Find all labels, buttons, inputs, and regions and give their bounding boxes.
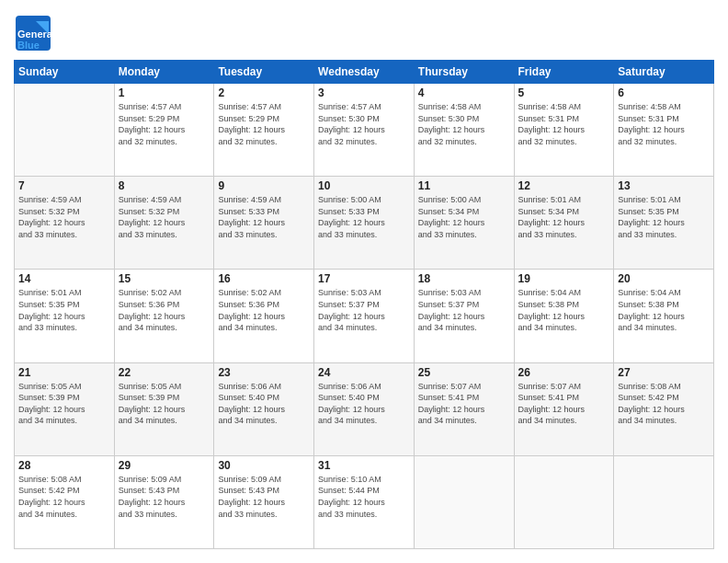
day-info: Sunrise: 4:57 AM Sunset: 5:29 PM Dayligh… bbox=[119, 101, 210, 147]
day-info: Sunrise: 5:07 AM Sunset: 5:41 PM Dayligh… bbox=[418, 381, 510, 427]
day-info: Sunrise: 5:02 AM Sunset: 5:36 PM Dayligh… bbox=[119, 287, 210, 333]
calendar-cell: 7Sunrise: 4:59 AM Sunset: 5:32 PM Daylig… bbox=[15, 177, 115, 270]
day-info: Sunrise: 5:01 AM Sunset: 5:35 PM Dayligh… bbox=[618, 194, 710, 240]
day-number: 27 bbox=[618, 366, 710, 379]
calendar-cell: 1Sunrise: 4:57 AM Sunset: 5:29 PM Daylig… bbox=[114, 84, 214, 177]
weekday-header-thursday: Thursday bbox=[414, 61, 514, 84]
calendar-cell: 20Sunrise: 5:04 AM Sunset: 5:38 PM Dayli… bbox=[614, 270, 714, 362]
day-info: Sunrise: 4:57 AM Sunset: 5:29 PM Dayligh… bbox=[218, 101, 310, 147]
day-info: Sunrise: 4:59 AM Sunset: 5:33 PM Dayligh… bbox=[218, 194, 310, 240]
day-number: 28 bbox=[18, 459, 110, 472]
calendar-cell: 14Sunrise: 5:01 AM Sunset: 5:35 PM Dayli… bbox=[15, 270, 115, 362]
svg-text:General: General bbox=[17, 29, 52, 40]
calendar-cell: 31Sunrise: 5:10 AM Sunset: 5:44 PM Dayli… bbox=[314, 455, 415, 548]
calendar-table: SundayMondayTuesdayWednesdayThursdayFrid… bbox=[14, 60, 714, 549]
day-info: Sunrise: 4:58 AM Sunset: 5:31 PM Dayligh… bbox=[518, 101, 610, 147]
page: General Blue SundayMondayTuesdayWednesda… bbox=[0, 0, 728, 563]
calendar-week-row: 1Sunrise: 4:57 AM Sunset: 5:29 PM Daylig… bbox=[15, 84, 714, 177]
calendar-cell: 15Sunrise: 5:02 AM Sunset: 5:36 PM Dayli… bbox=[114, 270, 214, 362]
calendar-cell: 24Sunrise: 5:06 AM Sunset: 5:40 PM Dayli… bbox=[314, 362, 415, 455]
day-info: Sunrise: 5:01 AM Sunset: 5:34 PM Dayligh… bbox=[518, 194, 610, 240]
day-number: 20 bbox=[618, 272, 710, 285]
calendar-cell: 3Sunrise: 4:57 AM Sunset: 5:30 PM Daylig… bbox=[314, 84, 415, 177]
day-info: Sunrise: 5:09 AM Sunset: 5:43 PM Dayligh… bbox=[119, 474, 210, 520]
calendar-cell: 10Sunrise: 5:00 AM Sunset: 5:33 PM Dayli… bbox=[314, 177, 415, 270]
day-number: 2 bbox=[218, 86, 310, 99]
day-info: Sunrise: 5:03 AM Sunset: 5:37 PM Dayligh… bbox=[418, 287, 510, 333]
day-info: Sunrise: 5:00 AM Sunset: 5:33 PM Dayligh… bbox=[318, 194, 410, 240]
day-number: 6 bbox=[618, 86, 710, 99]
calendar-cell: 28Sunrise: 5:08 AM Sunset: 5:42 PM Dayli… bbox=[15, 455, 115, 548]
day-number: 15 bbox=[119, 272, 210, 285]
day-number: 22 bbox=[119, 366, 210, 379]
calendar-cell: 5Sunrise: 4:58 AM Sunset: 5:31 PM Daylig… bbox=[514, 84, 614, 177]
calendar-cell: 17Sunrise: 5:03 AM Sunset: 5:37 PM Dayli… bbox=[314, 270, 415, 362]
day-info: Sunrise: 5:05 AM Sunset: 5:39 PM Dayligh… bbox=[18, 381, 110, 427]
day-number: 31 bbox=[318, 459, 410, 472]
day-info: Sunrise: 5:08 AM Sunset: 5:42 PM Dayligh… bbox=[618, 381, 710, 427]
day-number: 21 bbox=[18, 366, 110, 379]
calendar-cell: 21Sunrise: 5:05 AM Sunset: 5:39 PM Dayli… bbox=[15, 362, 115, 455]
logo: General Blue bbox=[14, 14, 55, 51]
calendar-week-row: 14Sunrise: 5:01 AM Sunset: 5:35 PM Dayli… bbox=[15, 270, 714, 362]
day-info: Sunrise: 4:59 AM Sunset: 5:32 PM Dayligh… bbox=[119, 194, 210, 240]
day-number: 18 bbox=[418, 272, 510, 285]
calendar-cell: 4Sunrise: 4:58 AM Sunset: 5:30 PM Daylig… bbox=[414, 84, 514, 177]
calendar-cell: 27Sunrise: 5:08 AM Sunset: 5:42 PM Dayli… bbox=[614, 362, 714, 455]
day-number: 10 bbox=[318, 179, 410, 192]
calendar-cell: 30Sunrise: 5:09 AM Sunset: 5:43 PM Dayli… bbox=[214, 455, 314, 548]
day-number: 7 bbox=[18, 179, 110, 192]
day-info: Sunrise: 5:01 AM Sunset: 5:35 PM Dayligh… bbox=[18, 287, 110, 333]
day-info: Sunrise: 5:06 AM Sunset: 5:40 PM Dayligh… bbox=[218, 381, 310, 427]
day-number: 12 bbox=[518, 179, 610, 192]
day-number: 19 bbox=[518, 272, 610, 285]
day-number: 13 bbox=[618, 179, 710, 192]
weekday-header-row: SundayMondayTuesdayWednesdayThursdayFrid… bbox=[15, 61, 714, 84]
calendar-cell: 16Sunrise: 5:02 AM Sunset: 5:36 PM Dayli… bbox=[214, 270, 314, 362]
calendar-cell: 19Sunrise: 5:04 AM Sunset: 5:38 PM Dayli… bbox=[514, 270, 614, 362]
day-number: 9 bbox=[218, 179, 310, 192]
day-info: Sunrise: 5:09 AM Sunset: 5:43 PM Dayligh… bbox=[218, 474, 310, 520]
day-number: 29 bbox=[119, 459, 210, 472]
day-info: Sunrise: 4:57 AM Sunset: 5:30 PM Dayligh… bbox=[318, 101, 410, 147]
calendar-cell: 25Sunrise: 5:07 AM Sunset: 5:41 PM Dayli… bbox=[414, 362, 514, 455]
day-number: 26 bbox=[518, 366, 610, 379]
calendar-cell bbox=[414, 455, 514, 548]
day-number: 24 bbox=[318, 366, 410, 379]
day-number: 5 bbox=[518, 86, 610, 99]
calendar-cell bbox=[514, 455, 614, 548]
calendar-cell: 23Sunrise: 5:06 AM Sunset: 5:40 PM Dayli… bbox=[214, 362, 314, 455]
day-number: 3 bbox=[318, 86, 410, 99]
day-info: Sunrise: 5:08 AM Sunset: 5:42 PM Dayligh… bbox=[18, 474, 110, 520]
calendar-week-row: 21Sunrise: 5:05 AM Sunset: 5:39 PM Dayli… bbox=[15, 362, 714, 455]
logo-icon: General Blue bbox=[14, 14, 51, 51]
day-info: Sunrise: 4:59 AM Sunset: 5:32 PM Dayligh… bbox=[18, 194, 110, 240]
calendar-cell: 9Sunrise: 4:59 AM Sunset: 5:33 PM Daylig… bbox=[214, 177, 314, 270]
calendar-week-row: 28Sunrise: 5:08 AM Sunset: 5:42 PM Dayli… bbox=[15, 455, 714, 548]
weekday-header-monday: Monday bbox=[114, 61, 214, 84]
calendar-cell: 18Sunrise: 5:03 AM Sunset: 5:37 PM Dayli… bbox=[414, 270, 514, 362]
day-info: Sunrise: 4:58 AM Sunset: 5:31 PM Dayligh… bbox=[618, 101, 710, 147]
day-info: Sunrise: 5:07 AM Sunset: 5:41 PM Dayligh… bbox=[518, 381, 610, 427]
day-info: Sunrise: 5:00 AM Sunset: 5:34 PM Dayligh… bbox=[418, 194, 510, 240]
weekday-header-wednesday: Wednesday bbox=[314, 61, 415, 84]
calendar-cell: 29Sunrise: 5:09 AM Sunset: 5:43 PM Dayli… bbox=[114, 455, 214, 548]
svg-text:Blue: Blue bbox=[17, 40, 40, 51]
day-number: 30 bbox=[218, 459, 310, 472]
calendar-cell: 22Sunrise: 5:05 AM Sunset: 5:39 PM Dayli… bbox=[114, 362, 214, 455]
day-number: 4 bbox=[418, 86, 510, 99]
day-number: 11 bbox=[418, 179, 510, 192]
day-info: Sunrise: 5:03 AM Sunset: 5:37 PM Dayligh… bbox=[318, 287, 410, 333]
day-info: Sunrise: 5:06 AM Sunset: 5:40 PM Dayligh… bbox=[318, 381, 410, 427]
calendar-cell: 8Sunrise: 4:59 AM Sunset: 5:32 PM Daylig… bbox=[114, 177, 214, 270]
day-number: 16 bbox=[218, 272, 310, 285]
weekday-header-sunday: Sunday bbox=[15, 61, 115, 84]
day-number: 17 bbox=[318, 272, 410, 285]
day-number: 23 bbox=[218, 366, 310, 379]
calendar-cell bbox=[15, 84, 115, 177]
calendar-cell: 11Sunrise: 5:00 AM Sunset: 5:34 PM Dayli… bbox=[414, 177, 514, 270]
calendar-cell: 13Sunrise: 5:01 AM Sunset: 5:35 PM Dayli… bbox=[614, 177, 714, 270]
weekday-header-friday: Friday bbox=[514, 61, 614, 84]
weekday-header-tuesday: Tuesday bbox=[214, 61, 314, 84]
calendar-cell: 12Sunrise: 5:01 AM Sunset: 5:34 PM Dayli… bbox=[514, 177, 614, 270]
